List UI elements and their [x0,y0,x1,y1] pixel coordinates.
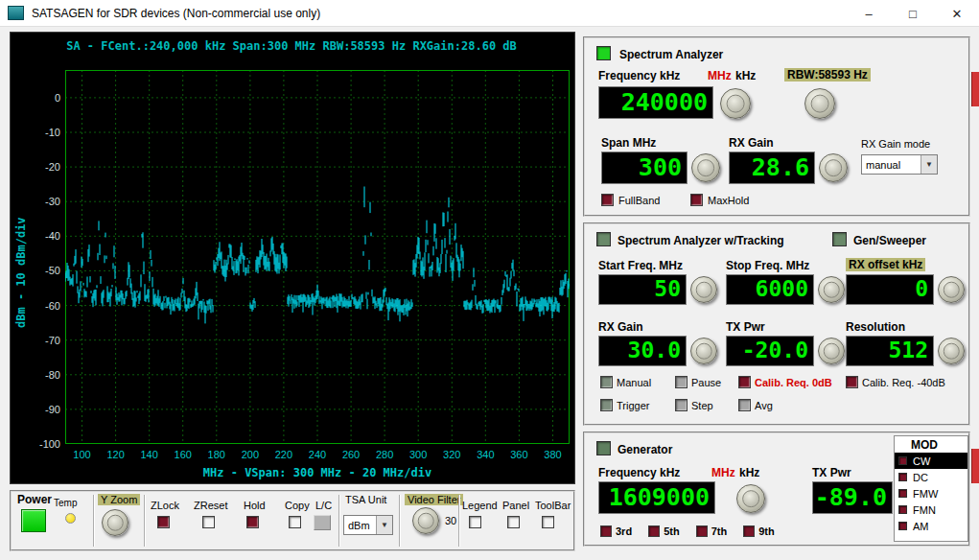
stop-freq-knob[interactable] [818,276,845,303]
dropdown-arrow-icon: ▼ [921,155,937,174]
rx-gain-mode-select[interactable]: manual ▼ [861,154,938,175]
power-button[interactable] [21,509,46,532]
y-zoom-knob[interactable] [102,509,128,536]
tracking-tx-pwr-knob[interactable] [818,338,845,364]
close-button[interactable]: ✕ [935,0,979,27]
fullband-checkbox[interactable] [601,194,614,206]
minimize-button[interactable]: – [847,0,891,27]
maxhold-checkbox[interactable] [690,194,703,206]
trigger-label: Trigger [617,400,649,411]
rx-offset-knob[interactable] [938,276,965,303]
copy-checkbox[interactable] [289,516,301,528]
copy-label: Copy [285,500,310,511]
step-checkbox[interactable] [675,399,688,411]
generator-indicator[interactable] [596,441,611,455]
y-tick-label: -80 [26,369,60,381]
harmonic-label: 7th [711,525,728,537]
span-display[interactable]: 300 [601,152,688,184]
manual-checkbox[interactable] [600,376,613,388]
x-tick-label: 320 [437,449,466,460]
pause-checkbox[interactable] [675,376,688,388]
x-tick-label: 120 [102,449,130,460]
sa-active-indicator[interactable] [596,46,611,60]
rx-gain-knob[interactable] [819,153,848,182]
resolution-display[interactable]: 512 [846,336,934,366]
harmonic-label: 5th [664,525,680,537]
resolution-knob[interactable] [938,338,965,364]
video-filter-knob[interactable] [412,507,439,534]
tracking-indicator[interactable] [596,232,611,246]
start-freq-display[interactable]: 50 [598,274,687,305]
mod-label: MOD [895,436,967,453]
y-zoom-label: Y Zoom [98,494,140,505]
manual-label: Manual [617,377,651,388]
frequency-display[interactable]: 240000 [598,86,713,119]
mod-list: CWDCFMWFMNAM [895,453,967,534]
y-tick-label: -90 [26,404,60,415]
zlock-checkbox[interactable] [157,516,170,528]
x-tick-label: 100 [68,449,97,460]
harmonic-7th-checkbox[interactable] [696,525,708,537]
spectrum-plot[interactable] [65,70,570,444]
y-tick-label: -20 [26,161,60,173]
x-tick-label: 140 [135,449,164,460]
sa-mhz-unit[interactable]: MHz [708,69,732,82]
gen-tx-pwr-display[interactable]: -89.0 [812,481,893,514]
toolbar-separator [144,495,146,547]
mod-option-dc[interactable]: DC [895,469,967,485]
toolbar-checkbox[interactable] [542,516,554,528]
harmonic-5th-checkbox[interactable] [648,525,660,537]
tracking-tx-pwr-display[interactable]: -20.0 [726,336,814,366]
rbw-knob[interactable] [804,88,835,119]
tsa-unit-select[interactable]: dBm ▼ [343,515,393,535]
sa-khz-unit[interactable]: kHz [735,69,756,82]
mod-option-indicator [898,522,907,530]
rx-gain-display[interactable]: 28.6 [729,152,815,184]
zreset-checkbox[interactable] [202,516,215,528]
rx-offset-display[interactable]: 0 [846,274,934,305]
y-tick-label: -60 [26,300,60,312]
legend-checkbox[interactable] [469,516,481,528]
gen-frequency-display[interactable]: 1609000 [598,481,715,514]
harmonic-9th-checkbox[interactable] [743,525,755,537]
stop-freq-label: Stop Freq. MHz [726,259,809,272]
tracking-rx-gain-knob[interactable] [690,338,717,364]
frequency-knob[interactable] [720,88,751,119]
y-tick-label: -10 [26,127,60,138]
titlebar: SATSAGEN for SDR devices (Non-commercial… [0,0,979,27]
avg-checkbox[interactable] [738,399,751,411]
mod-option-am[interactable]: AM [895,518,967,534]
legend-label: Legend [462,500,498,511]
panel-checkbox[interactable] [507,516,520,528]
gen-frequency-knob[interactable] [736,484,765,513]
x-tick-label: 280 [370,449,399,460]
maximize-button[interactable]: □ [891,0,935,27]
tsa-unit-value: dBm [344,520,376,531]
mod-option-cw[interactable]: CW [895,453,967,469]
app-window: SATSAGEN for SDR devices (Non-commercial… [0,0,979,560]
gen-sweeper-indicator[interactable] [832,232,847,246]
window-controls: – □ ✕ [847,0,979,27]
x-axis-label: MHz - VSpan: 300 MHz - 20 MHz/div [65,466,570,479]
calib-40db-checkbox[interactable] [846,376,858,388]
gen-mhz-unit[interactable]: MHz [711,466,735,479]
lc-button[interactable] [314,515,331,530]
trigger-checkbox[interactable] [600,399,613,411]
gen-khz-unit[interactable]: kHz [739,466,759,479]
calib-0db-checkbox[interactable] [738,376,751,388]
external-window-artifact-bottom [971,449,979,483]
harmonic-3rd-checkbox[interactable] [600,525,612,537]
mod-option-fmn[interactable]: FMN [895,502,967,518]
stop-freq-display[interactable]: 6000 [726,274,814,305]
rbw-value-label: RBW:58593 Hz [784,68,871,82]
tracking-rx-gain-display[interactable]: 30.0 [598,336,687,366]
span-knob[interactable] [691,153,720,182]
toolbar-separator [93,495,95,547]
hold-checkbox[interactable] [246,516,259,528]
temp-led [65,513,76,524]
mod-option-fmw[interactable]: FMW [895,485,967,502]
hold-label: Hold [244,500,266,511]
start-freq-knob[interactable] [690,276,717,303]
toolbar-separator [399,495,401,547]
toolbar-separator [338,495,340,547]
